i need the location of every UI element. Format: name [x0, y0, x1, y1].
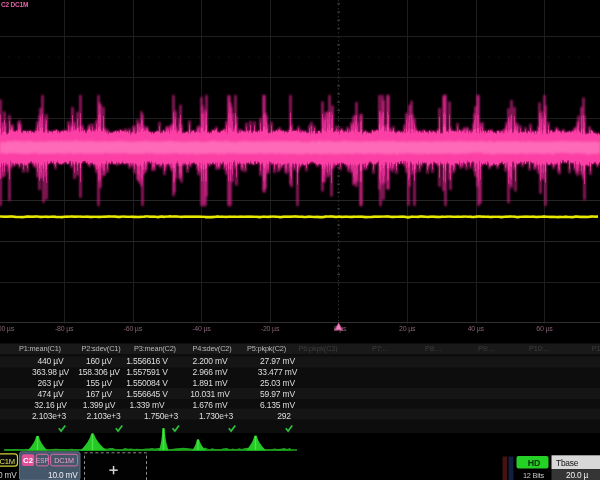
svg-text:P9:...: P9:... — [478, 344, 494, 353]
svg-text:60 µs: 60 µs — [536, 325, 553, 333]
svg-text:1.339 mV: 1.339 mV — [130, 400, 165, 410]
svg-text:10.0 mV: 10.0 mV — [0, 470, 17, 480]
svg-text:1.557591 V: 1.557591 V — [126, 367, 168, 377]
svg-text:C2 DC1M: C2 DC1M — [1, 1, 28, 8]
svg-text:C2: C2 — [23, 456, 34, 465]
svg-text:1.556616 V: 1.556616 V — [126, 356, 168, 366]
svg-text:158.306 µV: 158.306 µV — [78, 367, 120, 377]
svg-text:40 µs: 40 µs — [468, 325, 485, 333]
svg-text:6.135 mV: 6.135 mV — [260, 400, 295, 410]
svg-text:1.556645 V: 1.556645 V — [126, 389, 168, 399]
svg-text:-100 µs: -100 µs — [0, 325, 15, 333]
svg-text:P5:pkpk(C2): P5:pkpk(C2) — [247, 344, 286, 353]
svg-text:1.676 mV: 1.676 mV — [193, 400, 228, 410]
svg-text:P10:...: P10:... — [529, 344, 549, 353]
svg-text:27.97 mV: 27.97 mV — [260, 356, 295, 366]
svg-text:-60 µs: -60 µs — [124, 325, 143, 333]
svg-text:1.550084 V: 1.550084 V — [126, 378, 168, 388]
svg-text:2.200 mV: 2.200 mV — [193, 356, 228, 366]
svg-text:59.97 mV: 59.97 mV — [260, 389, 295, 399]
svg-text:-80 µs: -80 µs — [55, 325, 74, 333]
svg-text:-40 µs: -40 µs — [192, 325, 211, 333]
svg-text:1.730e+3: 1.730e+3 — [199, 411, 234, 421]
svg-text:P1: P1 — [592, 344, 600, 353]
svg-text:474 µV: 474 µV — [38, 389, 64, 399]
svg-text:2.103e+3: 2.103e+3 — [86, 411, 121, 421]
svg-text:2.966 mV: 2.966 mV — [193, 367, 228, 377]
svg-text:ESP: ESP — [36, 457, 49, 464]
svg-text:DC1M: DC1M — [0, 457, 15, 466]
svg-text:Tbase: Tbase — [556, 458, 579, 468]
svg-text:2.103e+3: 2.103e+3 — [32, 411, 67, 421]
svg-text:20 µs: 20 µs — [399, 325, 416, 333]
svg-text:20.0 µ: 20.0 µ — [566, 470, 588, 480]
svg-text:10.0 mV: 10.0 mV — [48, 470, 78, 480]
svg-text:P1:mean(C1): P1:mean(C1) — [19, 344, 61, 353]
svg-text:1.399 µV: 1.399 µV — [83, 400, 116, 410]
svg-text:1.891 mV: 1.891 mV — [193, 378, 228, 388]
svg-text:-20 µs: -20 µs — [261, 325, 280, 333]
svg-text:155 µV: 155 µV — [86, 378, 112, 388]
svg-text:25.03 mV: 25.03 mV — [260, 378, 295, 388]
svg-text:P4:sdev(C2): P4:sdev(C2) — [193, 344, 232, 353]
svg-text:HD: HD — [528, 458, 541, 468]
svg-text:160 µV: 160 µV — [86, 356, 112, 366]
svg-text:P7:...: P7:... — [372, 344, 388, 353]
svg-text:167 µV: 167 µV — [86, 389, 112, 399]
svg-text:263 µV: 263 µV — [38, 378, 64, 388]
svg-text:P8:...: P8:... — [425, 344, 441, 353]
svg-text:P6:pkpk(C3): P6:pkpk(C3) — [299, 344, 338, 353]
svg-text:1.750e+3: 1.750e+3 — [144, 411, 179, 421]
svg-text:363.98 µV: 363.98 µV — [32, 367, 70, 377]
svg-text:P3:mean(C2): P3:mean(C2) — [134, 344, 176, 353]
svg-text:33.477 mV: 33.477 mV — [258, 367, 298, 377]
svg-text:10.031 mV: 10.031 mV — [190, 389, 230, 399]
svg-text:32.16 µV: 32.16 µV — [34, 400, 67, 410]
svg-text:12 Bits: 12 Bits — [523, 471, 545, 480]
svg-text:440 µV: 440 µV — [38, 356, 64, 366]
svg-text:292: 292 — [277, 411, 291, 421]
svg-text:P2:sdev(C1): P2:sdev(C1) — [82, 344, 121, 353]
svg-text:DC1M: DC1M — [54, 456, 74, 465]
